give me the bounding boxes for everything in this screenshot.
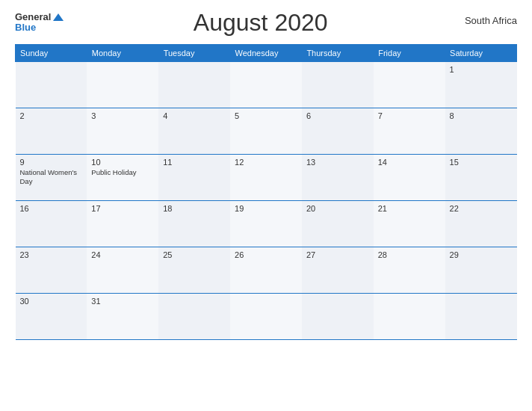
logo: General Blue — [15, 12, 64, 34]
day-number: 8 — [450, 111, 513, 120]
calendar-title: August 2020 — [64, 9, 457, 37]
calendar-cell: 28 — [374, 247, 445, 294]
day-number: 21 — [378, 204, 441, 213]
calendar-cell — [158, 62, 230, 108]
day-number: 9 — [20, 158, 83, 167]
calendar-cell: 9National Women's Day — [16, 155, 87, 201]
day-number: 24 — [91, 250, 154, 259]
calendar-page: General Blue August 2020 South Africa Su… — [0, 0, 532, 411]
day-number: 29 — [450, 250, 513, 259]
calendar-cell: 23 — [16, 247, 87, 294]
calendar-cell: 1 — [445, 62, 517, 108]
calendar-cell: 11 — [158, 155, 230, 201]
day-header-sunday: Sunday — [16, 45, 87, 62]
calendar-cell — [302, 62, 374, 108]
calendar-cell: 18 — [158, 201, 230, 247]
calendar-cell — [230, 62, 302, 108]
day-number: 14 — [378, 158, 441, 167]
week-row-1: 1 — [16, 62, 517, 108]
calendar-cell: 12 — [230, 155, 302, 201]
day-header-tuesday: Tuesday — [158, 45, 230, 62]
calendar-cell — [87, 62, 158, 108]
day-number: 5 — [235, 111, 297, 120]
calendar-cell: 27 — [302, 247, 374, 294]
calendar-cell: 7 — [374, 108, 445, 155]
calendar-cell — [445, 294, 517, 340]
day-header-wednesday: Wednesday — [230, 45, 302, 62]
day-number: 25 — [163, 250, 226, 259]
day-number: 16 — [20, 204, 83, 213]
calendar-cell — [374, 294, 445, 340]
day-number: 12 — [235, 158, 297, 167]
calendar-cell: 3 — [87, 108, 158, 155]
calendar-cell: 5 — [230, 108, 302, 155]
day-number: 31 — [91, 297, 154, 306]
calendar-cell — [16, 62, 87, 108]
calendar-cell — [302, 294, 374, 340]
header: General Blue August 2020 South Africa — [15, 12, 517, 37]
calendar-cell: 6 — [302, 108, 374, 155]
calendar-cell — [158, 294, 230, 340]
calendar-cell: 19 — [230, 201, 302, 247]
day-number: 6 — [306, 111, 369, 120]
calendar-cell: 8 — [445, 108, 517, 155]
calendar-cell: 31 — [87, 294, 158, 340]
day-number: 4 — [163, 111, 226, 120]
day-number: 10 — [91, 158, 154, 167]
day-number: 18 — [163, 204, 226, 213]
calendar-cell: 22 — [445, 201, 517, 247]
day-number: 26 — [235, 250, 297, 259]
calendar-header: SundayMondayTuesdayWednesdayThursdayFrid… — [16, 45, 517, 62]
day-number: 2 — [20, 111, 83, 120]
calendar-cell: 13 — [302, 155, 374, 201]
day-number: 13 — [306, 158, 369, 167]
calendar-cell — [230, 294, 302, 340]
week-row-5: 23242526272829 — [16, 247, 517, 294]
calendar-cell: 25 — [158, 247, 230, 294]
logo-blue-text: Blue — [15, 22, 64, 33]
calendar-cell: 30 — [16, 294, 87, 340]
day-number: 11 — [163, 158, 226, 167]
day-header-thursday: Thursday — [302, 45, 374, 62]
calendar-cell: 10Public Holiday — [87, 155, 158, 201]
calendar-cell: 17 — [87, 201, 158, 247]
calendar-cell — [374, 62, 445, 108]
country-label: South Africa — [457, 15, 517, 26]
days-of-week-row: SundayMondayTuesdayWednesdayThursdayFrid… — [16, 45, 517, 62]
calendar-table: SundayMondayTuesdayWednesdayThursdayFrid… — [15, 44, 517, 340]
week-row-6: 3031 — [16, 294, 517, 340]
logo-triangle-icon — [53, 13, 64, 21]
calendar-cell: 26 — [230, 247, 302, 294]
day-header-monday: Monday — [87, 45, 158, 62]
day-number: 27 — [306, 250, 369, 259]
day-number: 15 — [450, 158, 513, 167]
day-number: 3 — [91, 111, 154, 120]
event-label: National Women's Day — [20, 168, 83, 187]
week-row-4: 16171819202122 — [16, 201, 517, 247]
calendar-cell: 20 — [302, 201, 374, 247]
day-number: 28 — [378, 250, 441, 259]
calendar-body: 123456789National Women's Day10Public Ho… — [16, 62, 517, 340]
week-row-3: 9National Women's Day10Public Holiday111… — [16, 155, 517, 201]
day-number: 30 — [20, 297, 83, 306]
day-header-saturday: Saturday — [445, 45, 517, 62]
calendar-cell: 14 — [374, 155, 445, 201]
day-number: 19 — [235, 204, 297, 213]
calendar-cell: 21 — [374, 201, 445, 247]
day-number: 20 — [306, 204, 369, 213]
day-number: 22 — [450, 204, 513, 213]
week-row-2: 2345678 — [16, 108, 517, 155]
event-label: Public Holiday — [91, 168, 154, 177]
day-number: 7 — [378, 111, 441, 120]
day-number: 23 — [20, 250, 83, 259]
calendar-cell: 2 — [16, 108, 87, 155]
day-number: 17 — [91, 204, 154, 213]
calendar-cell: 15 — [445, 155, 517, 201]
calendar-cell: 4 — [158, 108, 230, 155]
logo-general-text: General — [15, 12, 51, 22]
calendar-cell: 29 — [445, 247, 517, 294]
day-number: 1 — [450, 65, 513, 74]
day-header-friday: Friday — [374, 45, 445, 62]
calendar-cell: 16 — [16, 201, 87, 247]
calendar-cell: 24 — [87, 247, 158, 294]
